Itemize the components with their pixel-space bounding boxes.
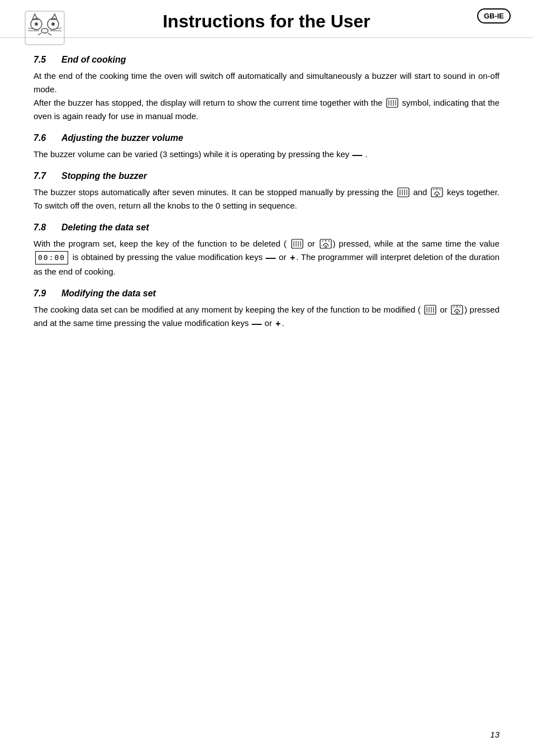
brand-logo bbox=[22, 8, 67, 48]
plus-symbol-1: + bbox=[290, 251, 295, 265]
clock-symbol-3 bbox=[291, 239, 303, 249]
clock-symbol-2 bbox=[397, 187, 410, 197]
section-7-9-heading: 7.9 Modifying the data set bbox=[34, 289, 499, 299]
section-7-7-body: The buzzer stops automatically after sev… bbox=[34, 186, 499, 212]
clock-symbol-4 bbox=[424, 305, 436, 315]
section-7-7-number: 7.7 bbox=[34, 171, 50, 181]
section-7-8-title: Deleting the data set bbox=[61, 223, 149, 233]
page-number: 13 bbox=[490, 730, 499, 739]
svg-line-48 bbox=[459, 306, 461, 308]
svg-line-37 bbox=[322, 240, 323, 242]
section-7-8: 7.8 Deleting the data set With the progr… bbox=[34, 223, 499, 278]
svg-point-6 bbox=[51, 22, 55, 26]
svg-line-10 bbox=[28, 28, 39, 30]
bell-symbol-1 bbox=[431, 187, 443, 197]
section-7-5: 7.5 End of cooking At the end of the coo… bbox=[34, 55, 499, 123]
svg-rect-14 bbox=[387, 98, 398, 107]
section-7-6: 7.6 Adjusting the buzzer volume The buzz… bbox=[34, 133, 499, 161]
svg-line-27 bbox=[433, 189, 435, 190]
section-7-6-body: The buzzer volume can be varied (3 setti… bbox=[34, 148, 499, 161]
svg-rect-19 bbox=[398, 188, 409, 197]
section-7-9-body: The cooking data set can be modified at … bbox=[34, 303, 499, 331]
svg-point-5 bbox=[35, 22, 38, 26]
svg-line-12 bbox=[50, 28, 61, 30]
section-7-6-heading: 7.6 Adjusting the buzzer volume bbox=[34, 133, 499, 143]
page-header: Instructions for the User GB-IE bbox=[0, 0, 533, 38]
page: Instructions for the User GB-IE 7.5 End … bbox=[0, 0, 533, 756]
svg-rect-39 bbox=[425, 305, 436, 314]
section-7-5-body: At the end of the cooking time the oven … bbox=[34, 69, 499, 123]
section-7-9: 7.9 Modifying the data set The cooking d… bbox=[34, 289, 499, 331]
page-content: 7.5 End of cooking At the end of the coo… bbox=[0, 49, 533, 363]
section-7-7-title: Stopping the buzzer bbox=[61, 171, 147, 181]
section-7-6-title: Adjusting the buzzer volume bbox=[61, 133, 183, 143]
page-title: Instructions for the User bbox=[163, 11, 370, 32]
display-symbol: 00:00 bbox=[35, 251, 68, 265]
dash-symbol-3: — bbox=[251, 319, 261, 329]
section-7-8-body: With the program set, keep the key of th… bbox=[34, 237, 499, 278]
section-7-8-heading: 7.8 Deleting the data set bbox=[34, 223, 499, 233]
section-7-8-number: 7.8 bbox=[34, 223, 50, 233]
svg-line-47 bbox=[453, 306, 455, 308]
dash-symbol-1: — bbox=[352, 150, 362, 160]
svg-point-46 bbox=[456, 311, 458, 313]
bell-symbol-3 bbox=[451, 305, 463, 315]
svg-line-38 bbox=[328, 240, 330, 242]
svg-rect-0 bbox=[25, 11, 64, 45]
svg-rect-29 bbox=[292, 239, 303, 248]
country-badge: GB-IE bbox=[477, 8, 511, 23]
svg-point-36 bbox=[325, 246, 327, 248]
plus-symbol-2: + bbox=[275, 316, 280, 331]
svg-point-26 bbox=[436, 195, 438, 196]
section-7-9-number: 7.9 bbox=[34, 289, 50, 299]
svg-line-9 bbox=[48, 33, 51, 35]
section-7-7-heading: 7.7 Stopping the buzzer bbox=[34, 171, 499, 181]
bell-symbol-2 bbox=[320, 239, 332, 249]
section-7-5-number: 7.5 bbox=[34, 55, 50, 65]
section-7-5-title: End of cooking bbox=[61, 55, 126, 65]
section-7-9-title: Modifying the data set bbox=[61, 289, 156, 299]
section-7-5-heading: 7.5 End of cooking bbox=[34, 55, 499, 65]
section-7-7: 7.7 Stopping the buzzer The buzzer stops… bbox=[34, 171, 499, 212]
section-7-6-number: 7.6 bbox=[34, 133, 50, 143]
dash-symbol-2: — bbox=[266, 253, 276, 263]
clock-symbol-1 bbox=[386, 98, 398, 108]
svg-line-28 bbox=[439, 189, 441, 190]
svg-point-7 bbox=[41, 29, 48, 33]
svg-line-8 bbox=[38, 33, 41, 35]
